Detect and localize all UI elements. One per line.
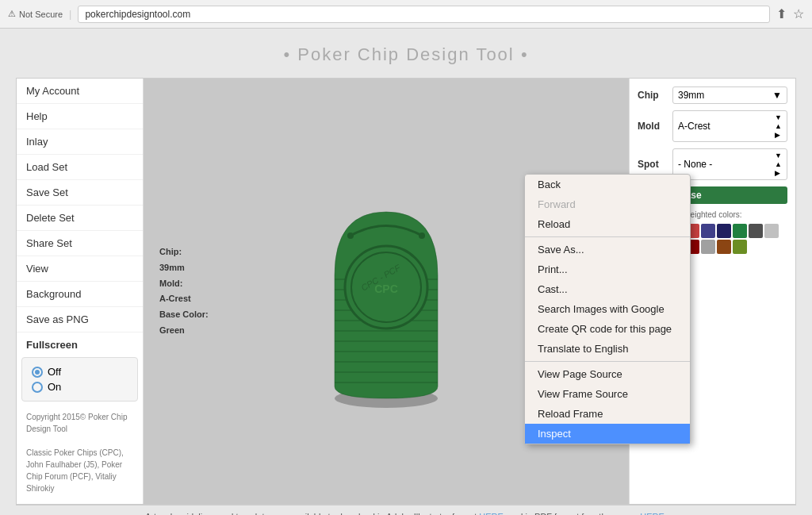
mold-arrow-right[interactable]: ▶ <box>775 131 782 139</box>
fullscreen-label: Fullscreen <box>17 332 143 357</box>
context-separator-1 <box>525 236 690 237</box>
radio-off[interactable]: Off <box>32 366 128 378</box>
context-item-forward: Forward <box>525 194 690 214</box>
sidebar-item-load-set[interactable]: Load Set <box>17 155 143 180</box>
radio-off-label: Off <box>48 366 61 378</box>
swatch-navy[interactable] <box>717 224 731 238</box>
here-link-2[interactable]: HERE <box>640 512 665 515</box>
main-layout: My Account Help Inlay Load Set Save Set … <box>16 78 796 505</box>
sidebar-item-save-as-png[interactable]: Save as PNG <box>17 307 143 332</box>
mold-select[interactable]: A-Crest ▼ ▲ ▶ <box>672 110 787 142</box>
page-title: • Poker Chip Design Tool • <box>16 44 796 65</box>
page-wrapper: • Poker Chip Design Tool • My Account He… <box>0 29 812 515</box>
sidebar: My Account Help Inlay Load Set Save Set … <box>17 79 144 504</box>
context-item-translate[interactable]: Translate to English <box>525 339 690 359</box>
content-area: Chip: 39mm Mold: A-Crest Base Color: Gre… <box>144 79 629 504</box>
chip-display: CPC - PCF CPC <box>307 164 465 418</box>
bottom-bar: Artwork guidelines and templates are ava… <box>16 505 796 515</box>
radio-on-label: On <box>48 381 61 393</box>
sidebar-copyright: Copyright 2015© Poker Chip Design Tool C… <box>17 402 143 504</box>
panel-row-chip: Chip 39mm ▼ <box>638 86 787 104</box>
share-icon[interactable]: ⬆ <box>776 6 787 21</box>
swatch-silver[interactable] <box>764 224 779 238</box>
security-warning: ⚠ Not Secure <box>8 9 63 19</box>
browser-icons: ⬆ ☆ <box>776 6 804 21</box>
svg-point-17 <box>419 233 425 239</box>
mold-arrow-up[interactable]: ▲ <box>775 122 782 130</box>
sidebar-item-delete-set[interactable]: Delete Set <box>17 206 143 231</box>
dot-right: • <box>521 44 529 64</box>
context-item-back[interactable]: Back <box>525 175 690 194</box>
bookmark-icon[interactable]: ☆ <box>793 6 804 21</box>
chip-label: Chip <box>638 90 668 101</box>
mold-arrow-down[interactable]: ▼ <box>775 113 782 121</box>
swatch-brown[interactable] <box>717 240 731 254</box>
swatch-teal[interactable] <box>733 224 747 238</box>
swatch-blue[interactable] <box>701 224 715 238</box>
context-item-view-frame-source[interactable]: View Frame Source <box>525 384 690 404</box>
radio-on-circle[interactable] <box>32 382 43 393</box>
chip-dropdown-arrow[interactable]: ▼ <box>772 90 782 101</box>
sidebar-item-inlay[interactable]: Inlay <box>17 129 143 155</box>
context-item-search-images[interactable]: Search Images with Google <box>525 299 690 319</box>
spot-arrow-down[interactable]: ▼ <box>775 152 782 159</box>
chip-info: Chip: 39mm Mold: A-Crest Base Color: Gre… <box>159 244 209 339</box>
sidebar-item-view[interactable]: View <box>17 256 143 282</box>
svg-point-16 <box>347 233 354 239</box>
swatch-darkgray[interactable] <box>749 224 763 238</box>
context-separator-2 <box>525 361 690 362</box>
context-item-inspect[interactable]: Inspect <box>525 424 690 444</box>
context-item-save-as[interactable]: Save As... <box>525 240 690 259</box>
context-item-reload-frame[interactable]: Reload Frame <box>525 404 690 424</box>
sidebar-item-share-set[interactable]: Share Set <box>17 231 143 256</box>
spot-arrow-up[interactable]: ▲ <box>775 160 782 168</box>
browser-bar: ⚠ Not Secure | pokerchipdesigntool.com ⬆… <box>0 0 812 29</box>
dot-left: • <box>283 44 291 64</box>
context-item-print[interactable]: Print... <box>525 259 690 279</box>
url-bar[interactable]: pokerchipdesigntool.com <box>78 6 770 23</box>
swatch-olive[interactable] <box>733 240 747 254</box>
spot-arrow-right[interactable]: ▶ <box>775 169 782 177</box>
context-item-cast[interactable]: Cast... <box>525 279 690 299</box>
context-item-reload[interactable]: Reload <box>525 214 690 234</box>
radio-on[interactable]: On <box>32 381 128 393</box>
swatch-lightgray[interactable] <box>701 240 715 254</box>
panel-row-mold: Mold A-Crest ▼ ▲ ▶ <box>638 110 787 142</box>
context-menu: Back Forward Reload Save As... Print... … <box>524 174 691 444</box>
svg-text:CPC: CPC <box>374 282 398 295</box>
spot-label: Spot <box>638 159 668 170</box>
chip-select[interactable]: 39mm ▼ <box>672 86 787 104</box>
context-item-create-qr[interactable]: Create QR code for this page <box>525 319 690 339</box>
radio-off-circle[interactable] <box>32 367 43 378</box>
sidebar-item-my-account[interactable]: My Account <box>17 79 143 104</box>
sidebar-item-help[interactable]: Help <box>17 104 143 129</box>
mold-label: Mold <box>638 121 668 132</box>
context-item-view-page-source[interactable]: View Page Source <box>525 364 690 384</box>
here-link-1[interactable]: HERE <box>479 512 504 515</box>
sidebar-item-save-set[interactable]: Save Set <box>17 180 143 206</box>
sidebar-item-background[interactable]: Background <box>17 282 143 307</box>
